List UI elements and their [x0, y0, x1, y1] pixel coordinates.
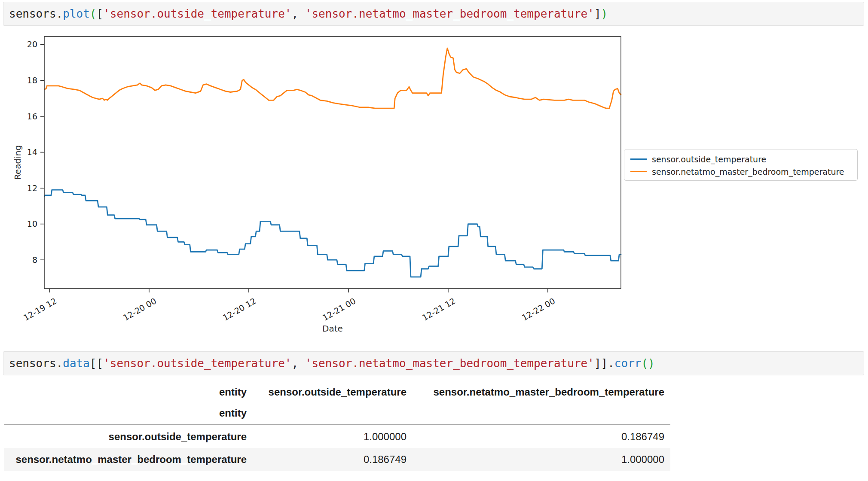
code-line-plot: sensors.plot(['sensor.outside_temperatur…: [3, 8, 608, 19]
x-axis-tick-label: 12-21 00: [321, 296, 357, 323]
matplotlib-figure: 810121416182012-19 1212-20 0012-20 1212-…: [0, 26, 868, 339]
code-cell-plot[interactable]: sensors.plot(['sensor.outside_temperatur…: [3, 2, 864, 26]
index-name-row: entity: [4, 402, 670, 425]
legend-line-swatch-orange: [630, 171, 647, 172]
row-index-label: sensor.netatmo_master_bedroom_temperatur…: [4, 448, 253, 471]
y-axis-tick-label: 18: [27, 76, 37, 85]
line-chart: 810121416182012-19 1212-20 0012-20 1212-…: [44, 37, 621, 289]
column-header: sensor.netatmo_master_bedroom_temperatur…: [413, 382, 670, 402]
x-axis-tick-label: 12-21 12: [420, 296, 457, 323]
legend-item-bedroom-temperature: sensor.netatmo_master_bedroom_temperatur…: [624, 165, 857, 178]
corr-value: 0.186749: [413, 425, 670, 448]
legend-line-swatch-blue: [630, 158, 647, 160]
table-row: sensor.outside_temperature 1.000000 0.18…: [4, 425, 670, 448]
columns-axis-name: entity: [4, 382, 253, 402]
series-line-0: [44, 190, 621, 277]
y-axis-label: Reading: [12, 145, 23, 180]
column-header: sensor.outside_temperature: [253, 382, 413, 402]
x-axis-label: Date: [322, 323, 343, 334]
chart-legend: sensor.outside_temperature sensor.netatm…: [624, 149, 858, 181]
legend-label: sensor.outside_temperature: [652, 155, 766, 164]
y-axis-tick-label: 16: [27, 112, 37, 121]
y-axis-tick-label: 8: [32, 255, 37, 265]
x-axis-tick-label: 12-22 00: [520, 296, 556, 323]
corr-value: 1.000000: [413, 448, 670, 471]
series-line-1: [44, 48, 621, 108]
x-axis-tick-label: 12-19 12: [22, 296, 58, 323]
y-axis-tick-label: 12: [27, 183, 37, 193]
x-axis-tick-label: 12-20 12: [221, 296, 258, 323]
legend-item-outside-temperature: sensor.outside_temperature: [624, 153, 857, 165]
x-axis-tick-label: 12-20 00: [122, 296, 158, 323]
plot-frame: [44, 37, 621, 289]
y-axis-tick-label: 14: [27, 147, 37, 157]
y-axis-tick-label: 10: [27, 219, 37, 228]
code-line-corr: sensors.data[['sensor.outside_temperatur…: [3, 358, 655, 369]
index-axis-name: entity: [4, 402, 253, 425]
corr-value: 1.000000: [253, 425, 413, 448]
table-row: sensor.netatmo_master_bedroom_temperatur…: [4, 448, 670, 471]
table-header-row: entity sensor.outside_temperature sensor…: [4, 382, 670, 402]
correlation-table: entity sensor.outside_temperature sensor…: [4, 382, 670, 471]
legend-label: sensor.netatmo_master_bedroom_temperatur…: [652, 167, 844, 177]
row-index-label: sensor.outside_temperature: [4, 425, 253, 448]
y-axis-tick-label: 20: [27, 40, 37, 49]
corr-value: 0.186749: [253, 448, 413, 471]
code-cell-corr[interactable]: sensors.data[['sensor.outside_temperatur…: [3, 351, 864, 375]
correlation-table-wrap: entity sensor.outside_temperature sensor…: [4, 382, 670, 471]
